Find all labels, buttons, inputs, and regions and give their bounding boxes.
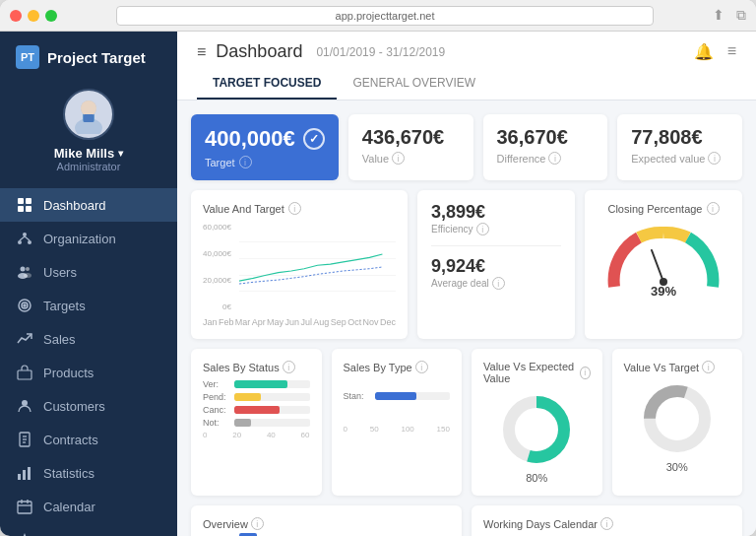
svg-line-44 (652, 250, 663, 282)
efficiency-deal-card: 3,899€ Efficiency i 9,924€ Average deal (417, 190, 575, 339)
svg-point-22 (22, 400, 28, 406)
value-vs-target-chart: Value Vs Target i 30% (612, 349, 743, 496)
bottom-charts-row: Sales By Status i Ver: Pend: Canc: Not: … (191, 349, 742, 496)
toolbar-icons: ⬆ ⧉ (713, 7, 746, 24)
svg-rect-5 (18, 198, 24, 204)
statistics-icon (16, 464, 33, 482)
sales-by-type-chart: Sales By Type i Stan: 050100150 (332, 349, 463, 496)
info-icon: i (392, 152, 405, 165)
sidebar-item-contracts[interactable]: Contracts (0, 423, 177, 456)
sales-by-status-chart: Sales By Status i Ver: Pend: Canc: Not: … (191, 349, 322, 496)
contracts-icon (16, 431, 33, 448)
info-icon: i (283, 361, 295, 373)
last-row: Overview i 500,000€ 400,000€ 300,000€ 20… (191, 505, 742, 536)
svg-rect-28 (23, 470, 26, 480)
target-value: 400,000€ ✓ (205, 126, 325, 152)
expected-value-label: Expected value i (631, 152, 728, 165)
value-card: 436,670€ Value i (348, 114, 473, 180)
average-deal-stat: 9,924€ Average deal i (431, 256, 561, 290)
value-label: Value i (362, 152, 460, 165)
share-icon[interactable]: ⬆ (713, 7, 724, 24)
sidebar-item-competition[interactable]: Competition (0, 523, 177, 536)
user-role: Administrator (57, 161, 121, 172)
expected-value-card: 77,808€ Expected value i (617, 114, 742, 180)
page-title: Dashboard (216, 41, 302, 62)
logo-icon: PT (16, 45, 39, 69)
info-icon: i (415, 361, 428, 373)
svg-rect-4 (84, 114, 94, 122)
info-icon: i (492, 277, 505, 290)
svg-rect-8 (26, 206, 32, 212)
value-vs-expected-chart: Value Vs Expected Value i 80% (472, 349, 602, 496)
svg-point-9 (23, 233, 27, 236)
target-card: 400,000€ ✓ Target i (191, 114, 339, 180)
top-cards-row: 400,000€ ✓ Target i 436,670€ Value i (191, 114, 742, 180)
customers-icon (16, 397, 33, 415)
closing-pct-title: Closing Percentage i (607, 202, 719, 215)
app-logo: PT Project Target (0, 32, 177, 79)
notification-icon[interactable]: 🔔 (694, 42, 714, 61)
svg-point-17 (24, 273, 32, 278)
close-button[interactable] (10, 10, 22, 22)
tabs-icon[interactable]: ⧉ (736, 7, 746, 24)
info-icon: i (708, 152, 721, 165)
sidebar: PT Project Target Mike Mills ▾ (0, 32, 177, 536)
info-icon: i (251, 517, 264, 530)
tab-bar: TARGET FOCUSED GENERAL OVERVIEW (197, 70, 736, 100)
sidebar-item-users[interactable]: Users (0, 255, 177, 289)
svg-rect-29 (28, 467, 31, 480)
sidebar-item-organization[interactable]: Organization (0, 222, 177, 255)
hamburger-icon[interactable]: ≡ (197, 43, 206, 61)
svg-rect-6 (26, 198, 32, 204)
titlebar: app.projecttarget.net ⬆ ⧉ (0, 0, 756, 32)
difference-card: 36,670€ Difference i (483, 114, 608, 180)
value-target-chart: Value And Target i 60,000€ 40,000€ 20,00… (191, 190, 408, 339)
svg-point-11 (28, 240, 32, 244)
competition-icon (16, 531, 33, 536)
efficiency-stat: 3,899€ Efficiency i (431, 202, 561, 235)
target-label: Target i (205, 156, 325, 168)
targets-icon (16, 297, 33, 314)
sidebar-item-sales[interactable]: Sales (0, 322, 177, 356)
products-icon (16, 364, 33, 381)
svg-rect-30 (18, 502, 32, 513)
organization-icon (16, 230, 33, 247)
info-icon: i (702, 361, 715, 373)
main-content-area: ≡ Dashboard 01/01/2019 - 31/12/2019 🔔 ≡ … (177, 32, 756, 536)
sidebar-item-statistics[interactable]: Statistics (0, 456, 177, 490)
calendar-icon (16, 498, 33, 515)
info-icon: i (239, 156, 252, 168)
sidebar-item-dashboard[interactable]: Dashboard (0, 188, 177, 222)
info-icon: i (707, 202, 720, 215)
overview-chart: Overview i 500,000€ 400,000€ 300,000€ 20… (191, 505, 462, 536)
svg-rect-27 (18, 474, 21, 480)
closing-percentage-card: Closing Percentage i (585, 190, 742, 339)
sidebar-item-targets[interactable]: Targets (0, 289, 177, 322)
username: Mike Mills ▾ (54, 146, 123, 161)
sidebar-item-calendar[interactable]: Calendar (0, 490, 177, 523)
svg-point-10 (18, 240, 22, 244)
x-axis-labels: JanFebMarAprMayJunJulAugSepOctNovDec (203, 317, 396, 327)
svg-rect-7 (18, 206, 24, 212)
tab-general-overview[interactable]: GENERAL OVERVIEW (337, 70, 491, 100)
filter-icon[interactable]: ≡ (727, 42, 736, 61)
info-icon: i (580, 367, 591, 379)
tab-target-focused[interactable]: TARGET FOCUSED (197, 70, 337, 100)
sidebar-nav: Dashboard Organization Users (0, 184, 177, 536)
dashboard-icon (16, 196, 33, 214)
maximize-button[interactable] (45, 10, 57, 22)
app-window: app.projecttarget.net ⬆ ⧉ PT Project Tar… (0, 0, 756, 536)
dashboard-content: 400,000€ ✓ Target i 436,670€ Value i (177, 100, 756, 536)
minimize-button[interactable] (28, 10, 39, 22)
info-icon: i (600, 517, 613, 530)
users-icon (16, 263, 33, 281)
sidebar-item-customers[interactable]: Customers (0, 389, 177, 423)
svg-rect-21 (18, 370, 32, 379)
address-bar[interactable]: app.projecttarget.net (116, 6, 654, 26)
user-profile: Mike Mills ▾ Administrator (0, 79, 177, 184)
difference-label: Difference i (497, 152, 595, 165)
check-icon: ✓ (303, 128, 325, 150)
working-days-calendar: Working Days Calendar i ‹ MARCH 2019 › M… (472, 505, 742, 536)
sidebar-item-products[interactable]: Products (0, 356, 177, 389)
svg-point-3 (81, 100, 96, 116)
